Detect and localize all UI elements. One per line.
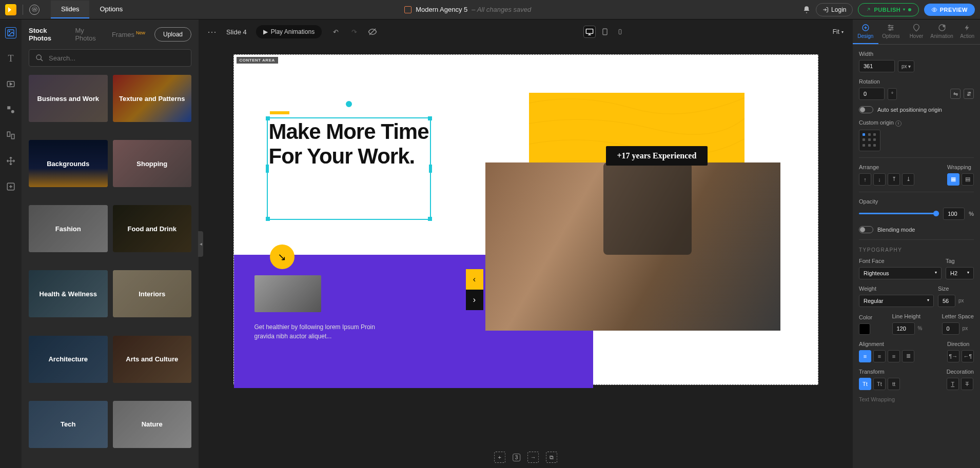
flip-horizontal-icon[interactable]: ⇋ xyxy=(950,89,961,99)
rotate-handle[interactable] xyxy=(346,101,352,107)
transform-capitalize-icon[interactable]: Tt xyxy=(873,378,886,390)
document-title[interactable]: Modern Agency 5 xyxy=(416,6,467,13)
auto-origin-toggle[interactable] xyxy=(859,106,873,113)
transform-none-icon[interactable]: Tt xyxy=(859,378,871,390)
carousel-next[interactable]: › xyxy=(466,290,483,310)
category-backgrounds[interactable]: Backgrounds xyxy=(29,140,108,187)
accent-bar[interactable] xyxy=(270,111,289,114)
rail-text-icon[interactable]: T xyxy=(5,53,16,64)
selected-heading-element[interactable]: Make More Time For Your Work. xyxy=(267,117,431,220)
rp-tab-action[interactable]: Action xyxy=(954,19,980,44)
tab-my-photos[interactable]: My Photos xyxy=(75,27,103,42)
upload-button[interactable]: Upload xyxy=(154,27,191,42)
experience-badge[interactable]: +17 years Experienced xyxy=(606,146,708,166)
opacity-slider[interactable] xyxy=(859,213,939,214)
resize-handle-br[interactable] xyxy=(428,217,432,221)
underline-icon[interactable]: T xyxy=(947,378,959,390)
caption-text[interactable]: Get healthier by following lorem Ipsum P… xyxy=(254,322,378,341)
width-input[interactable] xyxy=(859,60,895,72)
letter-space-input[interactable] xyxy=(942,322,959,335)
more-menu-icon[interactable]: ⋯ xyxy=(208,27,217,36)
rotation-input[interactable] xyxy=(859,88,885,100)
scroll-down-button[interactable]: ↘ xyxy=(270,245,295,269)
category-interiors[interactable]: Interiors xyxy=(113,270,192,317)
send-back-icon[interactable]: ↓ xyxy=(873,173,886,186)
preview-button[interactable]: PREVIEW xyxy=(924,4,975,16)
app-logo-icon[interactable] xyxy=(5,4,16,15)
category-food[interactable]: Food and Drink xyxy=(113,205,192,252)
play-animations-button[interactable]: ▶ Play Animations xyxy=(256,25,322,38)
wrap-around-icon[interactable]: ▤ xyxy=(962,173,974,186)
tab-slides[interactable]: Slides xyxy=(51,1,89,18)
resize-handle-r[interactable] xyxy=(429,165,432,173)
category-tech[interactable]: Tech xyxy=(29,401,108,448)
category-health[interactable]: Health & Wellness xyxy=(29,270,108,317)
category-texture[interactable]: Texture and Patterns xyxy=(113,75,192,122)
bring-forward-icon[interactable]: ⤒ xyxy=(888,173,900,186)
send-backward-icon[interactable]: ⤓ xyxy=(902,173,914,186)
visibility-icon[interactable] xyxy=(368,27,377,36)
device-mobile-icon[interactable] xyxy=(614,26,626,38)
wrap-none-icon[interactable]: ▦ xyxy=(947,173,959,186)
auto-origin-row[interactable]: Auto set positioning origin xyxy=(859,106,974,113)
align-justify-icon[interactable]: ≣ xyxy=(902,350,914,362)
rail-components-icon[interactable] xyxy=(5,130,16,141)
tab-options[interactable]: Options xyxy=(89,1,133,18)
line-height-input[interactable] xyxy=(892,322,915,335)
rail-add-icon[interactable] xyxy=(5,181,16,192)
search-input[interactable] xyxy=(49,54,185,62)
device-tablet-icon[interactable] xyxy=(599,26,611,38)
weight-select[interactable]: Regular ▾ xyxy=(859,295,934,307)
rail-video-icon[interactable] xyxy=(5,78,16,90)
size-input[interactable] xyxy=(938,295,955,307)
slide-count-badge[interactable]: 3 xyxy=(513,454,521,461)
category-nature[interactable]: Nature xyxy=(113,401,192,448)
tab-stock-photos[interactable]: Stock Photos xyxy=(29,27,66,42)
rail-shapes-icon[interactable] xyxy=(5,104,16,115)
rp-tab-hover[interactable]: Hover xyxy=(904,19,929,44)
undo-icon[interactable]: ↶ xyxy=(331,27,340,36)
width-unit[interactable]: px ▾ xyxy=(898,60,914,72)
carousel-prev[interactable]: ‹ xyxy=(466,269,483,290)
category-fashion[interactable]: Fashion xyxy=(29,205,108,252)
zoom-fit-selector[interactable]: Fit▾ xyxy=(833,28,844,35)
blending-toggle[interactable] xyxy=(859,226,873,233)
device-desktop-icon[interactable] xyxy=(583,26,596,38)
direction-ltr-icon[interactable]: ¶→ xyxy=(947,350,959,362)
resize-handle-l[interactable] xyxy=(266,165,269,173)
rp-tab-options[interactable]: Options xyxy=(878,19,904,44)
rail-move-icon[interactable] xyxy=(5,155,16,167)
resize-handle-tr[interactable] xyxy=(428,116,432,120)
align-right-icon[interactable]: ≡ xyxy=(888,350,900,362)
resize-handle-bl[interactable] xyxy=(266,217,270,221)
tab-frames[interactable]: FramesNew xyxy=(112,30,145,38)
category-arts[interactable]: Arts and Culture xyxy=(113,336,192,383)
bring-front-icon[interactable]: ↑ xyxy=(859,173,871,186)
notifications-icon[interactable] xyxy=(802,6,811,14)
align-left-icon[interactable]: ≡ xyxy=(859,350,871,362)
flip-vertical-icon[interactable]: ⇵ xyxy=(964,89,974,99)
canvas-scroll[interactable]: CONTENT AREA +17 years Experienced Get h… xyxy=(199,44,853,468)
search-box[interactable] xyxy=(29,49,191,67)
duplicate-slide-icon[interactable]: ⧉ xyxy=(546,452,557,463)
add-slide-icon[interactable]: + xyxy=(494,452,505,463)
tag-select[interactable]: H2 ▾ xyxy=(946,267,974,279)
category-architecture[interactable]: Architecture xyxy=(29,336,108,383)
color-swatch[interactable] xyxy=(859,323,870,335)
rp-tab-design[interactable]: Design xyxy=(853,19,878,44)
collapse-left-panel[interactable]: ◂ xyxy=(198,231,203,257)
resize-handle-tl[interactable] xyxy=(266,116,270,120)
origin-grid[interactable] xyxy=(859,130,880,151)
category-business[interactable]: Business and Work xyxy=(29,75,108,122)
font-face-select[interactable]: Righteous ▾ xyxy=(859,267,942,279)
rotation-stepper[interactable]: ° xyxy=(888,88,897,100)
hero-image[interactable] xyxy=(485,162,780,331)
rail-image-icon[interactable] xyxy=(5,27,16,38)
direction-rtl-icon[interactable]: ←¶ xyxy=(962,350,974,362)
opacity-input[interactable] xyxy=(943,208,965,220)
publish-button[interactable]: PUBLISH ▾ xyxy=(858,3,918,16)
wordpress-icon[interactable]: ⓦ xyxy=(29,5,40,15)
transform-lowercase-icon[interactable]: tt xyxy=(888,378,900,390)
slide-canvas[interactable]: CONTENT AREA +17 years Experienced Get h… xyxy=(233,54,818,385)
rp-tab-animation[interactable]: Animation xyxy=(929,19,955,44)
